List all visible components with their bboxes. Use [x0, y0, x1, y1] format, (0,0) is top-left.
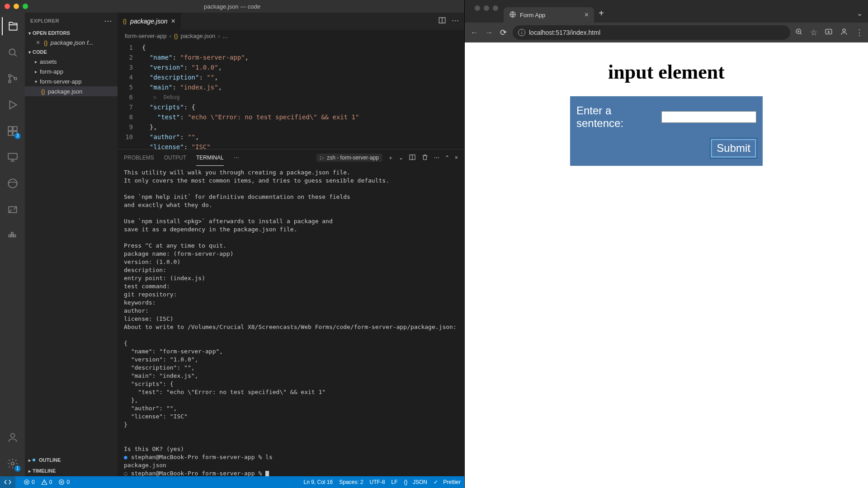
terminal-chip[interactable]: ▷ zsh - form-server-app — [316, 154, 382, 162]
prompt-status-icon: ● — [124, 454, 131, 460]
maximize-window-button[interactable] — [23, 4, 28, 9]
editor-more-icon[interactable]: ⋯ — [452, 16, 459, 26]
extensions-icon[interactable]: 3 — [2, 122, 24, 140]
live-share-icon[interactable] — [2, 201, 24, 219]
close-editor-icon[interactable]: × — [35, 39, 41, 46]
folder-assets[interactable]: ▸ assets — [25, 56, 118, 66]
back-button-icon[interactable]: ← — [469, 28, 479, 38]
status-prettier[interactable]: ✓ Prettier — [434, 479, 461, 485]
tab-list-dropdown-icon[interactable]: ⌄ — [857, 9, 868, 18]
editor-tabs: {} package.json × ⋯ — [118, 13, 464, 30]
minimize-window-button[interactable] — [14, 4, 19, 9]
explorer-title: EXPLORER — [30, 18, 59, 23]
terminal-prompt: stephan@MacBook-Pro form-server-app % — [131, 470, 265, 476]
status-warnings[interactable]: 0 — [41, 479, 52, 485]
terminal-body[interactable]: This utility will walk you through creat… — [118, 166, 464, 476]
settings-gear-icon[interactable]: 1 — [2, 455, 24, 473]
remote-indicator-icon[interactable] — [0, 476, 15, 488]
search-icon[interactable] — [2, 43, 24, 61]
forward-button-icon[interactable]: → — [484, 28, 494, 38]
prettier-check-icon: ✓ — [434, 479, 438, 485]
outline-section[interactable]: ▸ OUTLINE — [25, 455, 118, 465]
browser-close-button[interactable] — [475, 5, 480, 11]
zoom-icon[interactable] — [795, 28, 803, 38]
outline-dot-icon — [33, 459, 35, 461]
file-package-json[interactable]: {} package.json — [25, 86, 118, 96]
status-lncol[interactable]: Ln 9, Col 16 — [303, 479, 333, 485]
breadcrumb-folder[interactable]: form-server-app — [125, 33, 166, 39]
browser-maximize-button[interactable] — [493, 5, 498, 11]
tab-close-icon[interactable]: × — [171, 17, 175, 25]
panel-tab-terminal[interactable]: TERMINAL — [196, 150, 224, 166]
status-encoding[interactable]: UTF-8 — [370, 479, 385, 485]
submit-button[interactable]: Submit — [711, 139, 756, 158]
breadcrumb-ellipsis[interactable]: ... — [222, 33, 227, 39]
breadcrumb-file[interactable]: package.json — [181, 33, 216, 39]
timeline-section[interactable]: ▸ TIMELINE — [25, 465, 118, 476]
address-bar[interactable]: i localhost:5173/index.html — [513, 25, 790, 40]
split-terminal-icon[interactable] — [409, 154, 416, 162]
folder-form-server-app[interactable]: ▾ form-server-app — [25, 76, 118, 86]
folder-label: assets — [40, 58, 57, 65]
vscode-window: package.json — code 3 — [0, 0, 464, 488]
sentence-input[interactable] — [661, 111, 756, 123]
install-app-icon[interactable] — [825, 28, 833, 38]
status-ports[interactable]: 0 — [58, 479, 70, 485]
svg-point-3 — [14, 77, 16, 80]
browser-minimize-button[interactable] — [484, 5, 489, 11]
terminal-dropdown-icon[interactable]: ⌄ — [399, 155, 403, 161]
sentence-label: Enter a sentence: — [576, 104, 660, 130]
explorer-icon[interactable] — [2, 17, 24, 35]
split-editor-icon[interactable] — [438, 16, 446, 26]
close-panel-icon[interactable]: × — [455, 155, 458, 161]
open-editor-item[interactable]: × {} package.json f... — [25, 38, 118, 47]
svg-rect-8 — [8, 153, 17, 159]
browser-tab[interactable]: Form App × — [504, 7, 594, 23]
folder-form-app[interactable]: ▸ form-app — [25, 66, 118, 76]
maximize-panel-icon[interactable]: ⌃ — [445, 155, 449, 161]
browser-menu-icon[interactable]: ⋮ — [855, 28, 863, 38]
tab-close-icon[interactable]: × — [585, 11, 589, 19]
panel-more-icon[interactable]: ⋯ — [434, 155, 439, 161]
panel-tab-more-icon[interactable]: ⋯ — [234, 155, 239, 161]
new-tab-button[interactable]: + — [594, 8, 609, 19]
site-info-icon[interactable]: i — [518, 29, 525, 36]
status-language[interactable]: {} JSON — [404, 479, 427, 485]
kill-terminal-icon[interactable] — [421, 154, 429, 162]
profile-icon[interactable] — [840, 28, 848, 38]
edge-icon[interactable] — [2, 174, 24, 192]
workspace-section[interactable]: ▾ CODE — [25, 47, 118, 56]
svg-point-2 — [8, 80, 10, 83]
open-editors-section[interactable]: ▾ OPEN EDITORS — [25, 28, 118, 38]
close-window-button[interactable] — [5, 4, 10, 9]
line-number-gutter: 12345678910 — [118, 42, 139, 149]
status-spaces[interactable]: Spaces: 2 — [339, 479, 363, 485]
account-icon[interactable] — [2, 428, 24, 446]
new-terminal-icon[interactable]: ＋ — [388, 154, 393, 162]
status-errors[interactable]: 0 — [24, 479, 35, 485]
code-editor[interactable]: 12345678910 { "name": "form-server-app",… — [118, 42, 464, 149]
panel-tab-problems[interactable]: PROBLEMS — [124, 150, 154, 166]
breadcrumbs[interactable]: form-server-app › {} package.json › ... — [118, 30, 464, 42]
run-debug-icon[interactable] — [2, 96, 24, 114]
source-control-icon[interactable] — [2, 70, 24, 88]
svg-rect-4 — [8, 127, 12, 131]
browser-toolbar: ← → ⟳ i localhost:5173/index.html ☆ ⋮ — [465, 23, 868, 42]
explorer-more-icon[interactable]: ⋯ — [104, 16, 113, 26]
bookmark-star-icon[interactable]: ☆ — [810, 28, 817, 38]
tab-favicon-icon — [509, 11, 516, 19]
remote-explorer-icon[interactable] — [2, 148, 24, 166]
docker-icon[interactable] — [2, 227, 24, 245]
status-eol[interactable]: LF — [392, 479, 398, 485]
panel-tab-output[interactable]: OUTPUT — [164, 150, 186, 166]
terminal-chip-label: zsh - form-server-app — [327, 155, 379, 161]
svg-point-15 — [10, 433, 14, 437]
code-content[interactable]: { "name": "form-server-app", "version": … — [139, 42, 464, 149]
error-count: 0 — [32, 479, 35, 485]
editor-tab-package-json[interactable]: {} package.json × — [118, 13, 181, 30]
svg-point-20 — [61, 481, 63, 483]
warning-count: 0 — [49, 479, 52, 485]
reload-button-icon[interactable]: ⟳ — [498, 28, 508, 38]
tab-label: package.json — [130, 18, 168, 25]
svg-point-9 — [8, 179, 17, 188]
